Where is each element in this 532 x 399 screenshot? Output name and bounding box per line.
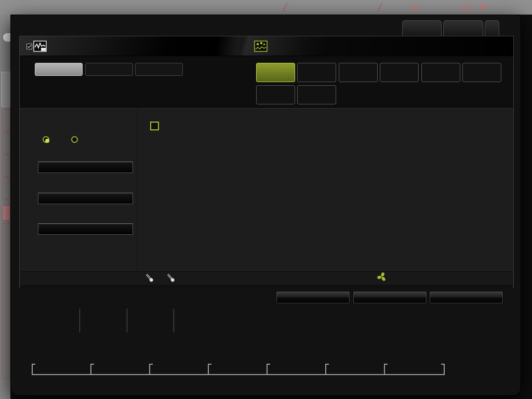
collapse-checkbox-icon[interactable] (26, 44, 32, 49)
radio-circle (43, 136, 49, 143)
voltage-tick (149, 364, 150, 375)
about-button[interactable] (402, 20, 442, 36)
panel-header (20, 36, 513, 56)
voltage-tick (384, 364, 385, 375)
legend-row (420, 148, 502, 159)
bios-sidebar-box (1, 72, 10, 107)
voltage-cpu-sa (208, 364, 267, 388)
field-step-down-time (38, 223, 133, 239)
legend-row (420, 134, 502, 145)
bios-menu-panel (2, 223, 10, 379)
smart-fan-checkbox[interactable] (150, 122, 159, 130)
legend-color-bar (420, 177, 422, 188)
fan-button-pump1[interactable] (297, 63, 336, 82)
decor-slash (283, 3, 288, 12)
user-icon (481, 4, 486, 10)
voltage-cpu-io2 (149, 364, 208, 388)
screenshot-icon[interactable] (410, 4, 419, 10)
close-button[interactable] (485, 20, 499, 36)
voltage-dram (267, 364, 325, 388)
status-divider (174, 309, 174, 332)
bios-menu-cell (2, 178, 10, 200)
field-step-up-time (38, 193, 133, 208)
voltage-tick (32, 364, 33, 375)
voltage-tick (325, 364, 326, 375)
fan-button-system5[interactable] (256, 85, 295, 104)
all-set-cancel-button[interactable] (429, 291, 503, 304)
bios-menu-cell (2, 109, 10, 131)
bios-menu-cell (2, 155, 10, 177)
radio-circle (71, 136, 78, 143)
thermometer-celsius-icon (144, 272, 155, 284)
legend-row (420, 163, 502, 174)
voltage-end-tick (444, 364, 445, 375)
thermometer-fahrenheit-icon (166, 272, 176, 284)
screen (0, 0, 532, 399)
tab-system[interactable] (85, 63, 133, 76)
bios-top-bar (0, 0, 532, 15)
monitor-icon[interactable] (462, 4, 472, 10)
legend-color-bar (420, 134, 422, 145)
voltage-system-3v3 (384, 364, 443, 388)
voltage-cpu-io (90, 364, 149, 388)
panel-footer (20, 285, 513, 288)
fan-control-icon (254, 40, 268, 52)
voltage-cpu-core (32, 364, 90, 388)
all-full-speed-button[interactable] (276, 291, 350, 304)
bios-left-strip (0, 15, 10, 399)
status-divider (127, 309, 127, 332)
bios-menu-cell (2, 132, 10, 154)
fan-rpm-icon (377, 272, 387, 282)
tab-mos[interactable] (135, 63, 183, 76)
fan-button-system3[interactable] (421, 63, 460, 82)
monitor-panel (19, 36, 514, 288)
voltage-tick (267, 364, 268, 375)
axis-units-strip (20, 271, 513, 285)
fan-button-cpu1[interactable] (256, 63, 295, 82)
field-temperature-source (38, 162, 133, 177)
legend-row (420, 177, 502, 188)
voltage-tick (90, 364, 91, 375)
legend-color-bar (420, 163, 422, 174)
tab-cpu-core[interactable] (35, 63, 83, 76)
step-up-time-button[interactable] (38, 193, 133, 204)
bios-menu-cell-active (2, 205, 10, 221)
help-button[interactable] (443, 20, 483, 36)
decor-slash (377, 3, 382, 12)
temperature-source-button[interactable] (38, 162, 133, 173)
content-divider (138, 108, 138, 288)
hardware-monitor-window (10, 15, 521, 396)
legend-color-bar (420, 148, 422, 159)
temperature-chart-icon (33, 40, 47, 52)
voltage-system-12v (325, 364, 384, 388)
fan-button-system6[interactable] (297, 85, 336, 104)
step-down-time-button[interactable] (38, 223, 133, 235)
fan-button-system4[interactable] (462, 63, 501, 82)
fan-button-system2[interactable] (380, 63, 419, 82)
voltage-tick (208, 364, 209, 375)
all-set-default-button[interactable] (353, 291, 427, 304)
fan-button-system1[interactable] (339, 63, 378, 82)
status-divider (79, 309, 80, 332)
